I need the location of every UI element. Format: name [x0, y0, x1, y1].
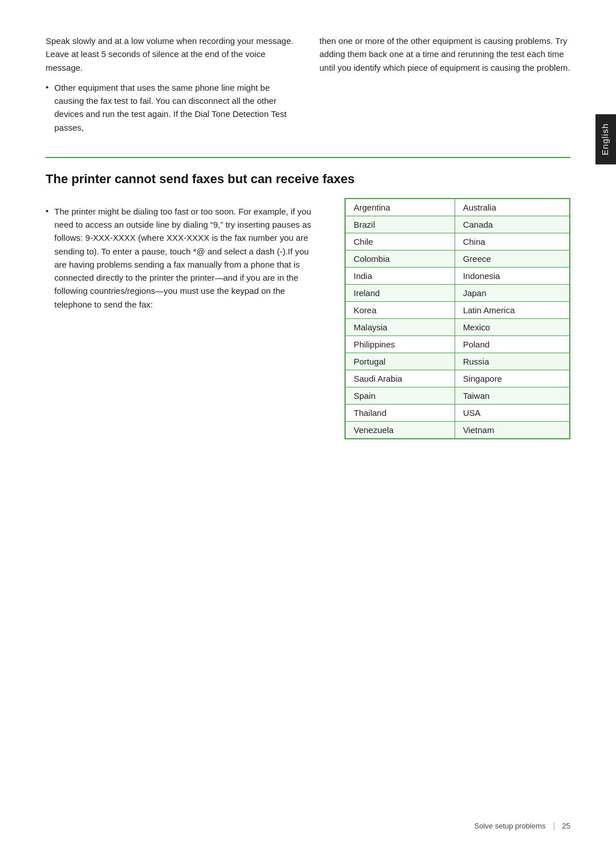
- top-section: Speak slowly and at a low volume when re…: [46, 34, 570, 134]
- bullet-item: • Other equipment that uses the same pho…: [46, 81, 297, 134]
- countries-table-container: ArgentinaAustraliaBrazilCanadaChileChina…: [345, 198, 570, 439]
- table-cell: Greece: [455, 250, 570, 267]
- table-row: BrazilCanada: [345, 216, 570, 233]
- table-cell: Argentina: [345, 199, 455, 216]
- table-cell: Australia: [455, 199, 570, 216]
- table-cell: Latin America: [455, 301, 570, 318]
- table-cell: Poland: [455, 335, 570, 353]
- table-cell: Indonesia: [455, 267, 570, 284]
- top-left-column: Speak slowly and at a low volume when re…: [46, 34, 297, 134]
- countries-table: ArgentinaAustraliaBrazilCanadaChileChina…: [345, 198, 570, 439]
- section-bullet-dot: •: [46, 206, 48, 311]
- bullet-text: Other equipment that uses the same phone…: [54, 81, 297, 134]
- section-divider: [46, 157, 570, 158]
- table-cell: Saudi Arabia: [345, 370, 455, 387]
- table-cell: Venezuela: [345, 421, 455, 439]
- table-cell: Portugal: [345, 353, 455, 370]
- footer-divider: [554, 822, 554, 830]
- table-cell: Ireland: [345, 284, 455, 301]
- table-row: ThailandUSA: [345, 404, 570, 421]
- table-cell: Brazil: [345, 216, 455, 233]
- table-cell: China: [455, 233, 570, 250]
- footer-label: Solve setup problems: [475, 822, 546, 830]
- table-cell: Canada: [455, 216, 570, 233]
- footer-page-number: 25: [562, 822, 570, 830]
- table-cell: Mexico: [455, 318, 570, 335]
- table-cell: Vietnam: [455, 421, 570, 439]
- table-row: ArgentinaAustralia: [345, 199, 570, 216]
- table-cell: Korea: [345, 301, 455, 318]
- section-bullet-item: • The printer might be dialing too fast …: [46, 205, 322, 311]
- table-cell: Malaysia: [345, 318, 455, 335]
- table-cell: Thailand: [345, 404, 455, 421]
- table-row: SpainTaiwan: [345, 387, 570, 404]
- main-content: • The printer might be dialing too fast …: [46, 198, 570, 439]
- left-content: • The printer might be dialing too fast …: [46, 198, 322, 311]
- table-row: Saudi ArabiaSingapore: [345, 370, 570, 387]
- table-cell: Russia: [455, 353, 570, 370]
- footer-bar: Solve setup problems 25: [475, 822, 570, 830]
- table-row: ChileChina: [345, 233, 570, 250]
- table-row: PortugalRussia: [345, 353, 570, 370]
- table-cell: Chile: [345, 233, 455, 250]
- table-row: KoreaLatin America: [345, 301, 570, 318]
- top-right-column: then one or more of the other equipment …: [319, 34, 570, 134]
- language-tab: English: [595, 114, 616, 164]
- table-row: PhilippinesPoland: [345, 335, 570, 353]
- table-row: IndiaIndonesia: [345, 267, 570, 284]
- table-row: ColombiaGreece: [345, 250, 570, 267]
- table-cell: Japan: [455, 284, 570, 301]
- table-row: IrelandJapan: [345, 284, 570, 301]
- section-heading: The printer cannot send faxes but can re…: [46, 172, 570, 187]
- table-cell: Colombia: [345, 250, 455, 267]
- bullet-dot: •: [46, 82, 48, 134]
- page-container: English Speak slowly and at a low volume…: [0, 0, 616, 853]
- top-right-paragraph: then one or more of the other equipment …: [319, 34, 570, 74]
- top-left-paragraph: Speak slowly and at a low volume when re…: [46, 34, 297, 74]
- table-row: VenezuelaVietnam: [345, 421, 570, 439]
- section-left-text: The printer might be dialing too fast or…: [54, 205, 322, 311]
- table-cell: India: [345, 267, 455, 284]
- table-cell: Singapore: [455, 370, 570, 387]
- table-cell: Taiwan: [455, 387, 570, 404]
- table-row: MalaysiaMexico: [345, 318, 570, 335]
- table-cell: Spain: [345, 387, 455, 404]
- table-body: ArgentinaAustraliaBrazilCanadaChileChina…: [345, 199, 570, 439]
- table-cell: USA: [455, 404, 570, 421]
- table-cell: Philippines: [345, 335, 455, 353]
